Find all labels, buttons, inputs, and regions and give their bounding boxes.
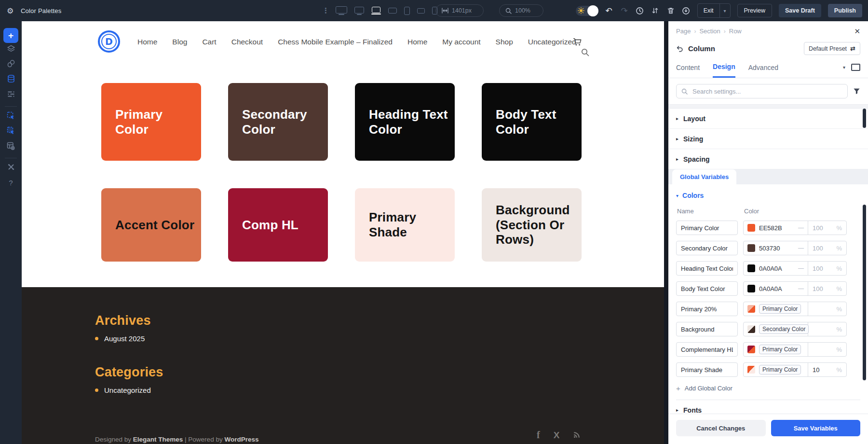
cart-icon[interactable] <box>573 38 583 48</box>
site-search-icon[interactable] <box>581 48 589 58</box>
nav-link[interactable]: Blog <box>172 38 187 46</box>
nav-link[interactable]: Uncategorized <box>528 38 576 46</box>
select-module-icon[interactable] <box>0 111 22 120</box>
color-name-input[interactable] <box>676 241 738 255</box>
undo-icon[interactable]: ↶ <box>605 0 613 21</box>
tab-design[interactable]: Design <box>713 63 735 78</box>
opacity-cell[interactable]: 100 % <box>808 245 846 252</box>
responsive-view-icon[interactable] <box>851 64 860 71</box>
opacity-cell[interactable]: % <box>808 326 846 333</box>
exit-dropdown-caret[interactable]: ▾ <box>719 4 730 17</box>
variables-scrollbar-thumb[interactable] <box>863 205 866 380</box>
history-icon[interactable] <box>636 0 644 21</box>
breadcrumb-section[interactable]: Section <box>699 28 720 35</box>
settings-search-input[interactable] <box>692 87 842 96</box>
opacity-cell[interactable]: % <box>808 346 846 353</box>
linked-variable-chip[interactable]: Primary Color <box>759 304 801 314</box>
global-variables-tab[interactable]: Global Variables <box>672 169 736 184</box>
opacity-cell[interactable]: % <box>808 305 846 313</box>
canvas-zoom-input[interactable] <box>515 7 534 14</box>
color-swatch-chip[interactable] <box>747 244 755 252</box>
back-arrow-icon[interactable] <box>676 45 683 52</box>
global-variables-icon[interactable] <box>0 74 22 83</box>
accordion-row[interactable]: ▸ Spacing <box>668 149 868 169</box>
linked-variable-chip[interactable]: Primary Color <box>759 365 801 375</box>
exit-button[interactable]: Exit <box>698 4 719 17</box>
color-swatch-chip[interactable] <box>747 305 755 313</box>
nav-link[interactable]: Home <box>407 38 427 46</box>
color-swatch[interactable]: Secondary Color <box>228 83 328 161</box>
tools-icon[interactable] <box>0 163 22 171</box>
color-value-cell[interactable]: EE582B — <box>744 221 808 235</box>
opacity-cell[interactable]: 100 % <box>808 285 846 292</box>
color-swatch[interactable]: Background (Section Or Rows) <box>482 188 582 262</box>
help-icon[interactable]: ? <box>0 179 22 187</box>
color-value-cell[interactable]: Primary Color — <box>744 343 808 356</box>
x-twitter-icon[interactable]: X <box>554 430 560 441</box>
design-presets-icon[interactable] <box>0 59 22 68</box>
accordion-row[interactable]: ▸ Sizing <box>668 129 868 149</box>
close-panel-icon[interactable]: ✕ <box>854 27 860 36</box>
save-variables-button[interactable]: Save Variables <box>771 420 861 436</box>
select-module-filled-icon[interactable] <box>0 126 22 135</box>
device-desktop-icon[interactable] <box>354 7 364 15</box>
color-name-input[interactable] <box>676 322 738 336</box>
accordion-row[interactable]: ▸ Layout <box>668 109 868 129</box>
filter-icon[interactable] <box>853 88 860 95</box>
opacity-value[interactable]: 100 <box>813 224 836 232</box>
archive-link[interactable]: August 2025 <box>104 334 145 343</box>
color-swatch[interactable]: Accent Color <box>101 188 201 262</box>
wordpress-link[interactable]: WordPress <box>224 436 258 443</box>
color-swatch-chip[interactable] <box>747 346 755 353</box>
device-tablet-portrait-icon[interactable] <box>404 7 410 15</box>
site-logo[interactable]: D <box>98 30 120 53</box>
color-name-input[interactable] <box>676 362 738 377</box>
opacity-value[interactable]: 10 <box>813 366 836 374</box>
add-global-color-button[interactable]: + Add Global Color <box>676 384 860 392</box>
color-value-cell[interactable]: Primary Color — <box>744 302 808 316</box>
category-link[interactable]: Uncategorized <box>104 386 151 394</box>
device-desktop-large-icon[interactable] <box>336 6 347 15</box>
rss-icon[interactable] <box>573 430 582 441</box>
preview-button[interactable]: Preview <box>737 4 772 17</box>
color-name-input[interactable] <box>676 281 738 296</box>
opacity-cell[interactable]: 100 % <box>808 265 846 272</box>
linked-variable-chip[interactable]: Primary Color <box>759 345 801 354</box>
tab-content[interactable]: Content <box>676 64 700 77</box>
color-value-cell[interactable]: 0A0A0A — <box>744 262 808 275</box>
color-value-cell[interactable]: Primary Color — <box>744 363 808 376</box>
breadcrumb-row[interactable]: Row <box>729 28 742 35</box>
color-name-input[interactable] <box>676 261 738 276</box>
color-swatch-chip[interactable] <box>747 366 755 374</box>
nav-link[interactable]: Checkout <box>231 38 263 46</box>
color-swatch-chip[interactable] <box>747 224 755 232</box>
device-tablet-landscape-icon[interactable] <box>388 8 397 14</box>
breadcrumb-page[interactable]: Page <box>676 28 691 35</box>
trash-icon[interactable] <box>666 0 675 21</box>
elegant-themes-link[interactable]: Elegant Themes <box>133 436 183 443</box>
color-name-input[interactable] <box>676 302 738 316</box>
widget-settings-icon[interactable] <box>0 141 22 151</box>
opacity-value[interactable]: 100 <box>813 265 836 272</box>
facebook-icon[interactable]: f <box>537 430 540 441</box>
cancel-changes-button[interactable]: Cancel Changes <box>676 420 766 436</box>
default-preset-button[interactable]: Default Preset⇄ <box>804 42 860 55</box>
color-value-cell[interactable]: 0A0A0A — <box>744 282 808 295</box>
settings-scrollbar-thumb[interactable] <box>863 109 866 128</box>
nav-link[interactable]: Shop <box>496 38 513 46</box>
wireframe-view-icon[interactable] <box>0 90 22 98</box>
portability-icon[interactable] <box>682 0 691 21</box>
tabs-caret-icon[interactable]: ▾ <box>843 65 845 70</box>
publish-button[interactable]: Publish <box>828 4 862 17</box>
more-options-icon[interactable]: ⋮ <box>322 0 329 21</box>
settings-gear-icon[interactable]: ⚙ <box>7 0 14 21</box>
nav-link[interactable]: Chess Mobile Example – Finalized <box>278 38 393 46</box>
save-draft-button[interactable]: Save Draft <box>779 4 821 17</box>
color-swatch-chip[interactable] <box>747 285 755 292</box>
device-phone-landscape-icon[interactable] <box>417 8 425 14</box>
nav-link[interactable]: Cart <box>202 38 216 46</box>
color-swatch[interactable]: Body Text Color <box>482 83 582 161</box>
color-swatch[interactable]: Comp HL <box>228 188 328 262</box>
opacity-value[interactable]: 100 <box>813 245 836 252</box>
tab-advanced[interactable]: Advanced <box>748 64 778 77</box>
